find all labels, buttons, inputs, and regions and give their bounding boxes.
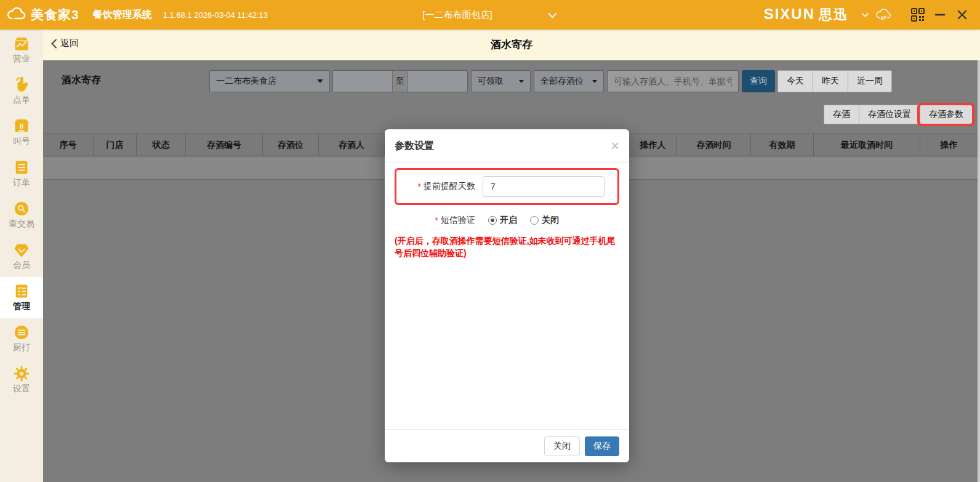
today-button[interactable]: 今天	[778, 71, 813, 92]
sidebar-item-orders[interactable]: 订单	[0, 153, 43, 195]
caret-down-icon	[317, 79, 323, 83]
caret-down-icon	[519, 80, 524, 83]
column-header-validity[interactable]: 有效期	[751, 134, 814, 156]
tap-hand-icon	[13, 77, 30, 93]
reminder-label-cell: * 提前提醒天数	[403, 181, 475, 192]
modal-footer: 关闭 保存	[385, 429, 629, 462]
modal-close-button[interactable]: 关闭	[544, 436, 580, 456]
sms-note-text: (开启后，存取酒操作需要短信验证,如未收到可通过手机尾号后四位辅助验证)	[395, 235, 619, 260]
diamond-icon	[13, 242, 30, 258]
close-icon[interactable]	[953, 6, 971, 24]
parameter-settings-modal: 参数设置 × * 提前提醒天数 * 短信验证 开启 关闭 (开启后，存	[385, 129, 629, 462]
modal-close-icon[interactable]: ×	[611, 139, 619, 153]
column-header-seq[interactable]: 序号	[43, 134, 94, 156]
reminder-field-highlight: * 提前提醒天数	[395, 168, 619, 205]
filter-bar: 酒水寄存 一二布布美食店 至 可领取 全部存酒位 查询 今天 昨天 近一周	[43, 60, 980, 103]
column-header-action[interactable]: 操作	[920, 134, 978, 156]
radio-selected-icon	[488, 216, 497, 225]
yesterday-button[interactable]: 昨天	[813, 71, 848, 92]
section-title: 酒水寄存	[62, 74, 101, 87]
chevron-down-icon	[548, 10, 558, 20]
column-header-position[interactable]: 存酒位	[263, 134, 319, 156]
sidebar-item-members[interactable]: 会员	[0, 236, 43, 277]
sidebar-item-transactions[interactable]: 查交易	[0, 195, 43, 236]
sidebar-item-label: 查交易	[9, 219, 34, 230]
gear-icon	[13, 366, 30, 382]
sidebar-item-label: 叫号	[13, 136, 30, 147]
sidebar: 营业 点单 8 叫号 订单 查交易	[0, 30, 43, 482]
page-title: 酒水寄存	[43, 38, 980, 52]
column-header-status[interactable]: 状态	[137, 134, 186, 156]
topbar-right: SIXUN思迅	[764, 6, 971, 24]
query-button[interactable]: 查询	[742, 70, 775, 92]
shop-chart-icon	[13, 36, 30, 52]
sms-off-radio[interactable]: 关闭	[527, 215, 559, 226]
sixun-logo: SIXUN思迅	[764, 6, 848, 24]
app-title: 餐饮管理系统	[93, 9, 152, 22]
storage-parameters-button[interactable]: 存酒参数	[920, 105, 972, 124]
scrollbar[interactable]	[978, 60, 980, 482]
sidebar-item-label: 会员	[13, 260, 30, 271]
caret-down-icon	[592, 80, 597, 83]
cloud-logo-icon	[6, 6, 27, 24]
cloud-sync-icon[interactable]	[874, 6, 893, 24]
sidebar-item-settings[interactable]: 设置	[0, 359, 43, 401]
quick-date-group: 今天 昨天 近一周	[777, 70, 892, 92]
actions-group: 存酒 存酒位设置 存酒参数	[824, 105, 973, 124]
chevron-down-icon[interactable]	[856, 6, 874, 24]
sidebar-item-label: 营业	[13, 54, 30, 65]
sms-label: 短信验证	[441, 215, 475, 226]
column-header-code[interactable]: 存酒编号	[186, 134, 263, 156]
search-input[interactable]	[614, 76, 732, 86]
search-transactions-icon	[13, 201, 30, 217]
date-to-input[interactable]	[408, 71, 467, 92]
column-header-last-take[interactable]: 最近取酒时间	[814, 134, 920, 156]
sms-label-cell: * 短信验证	[403, 215, 475, 226]
position-filter-select[interactable]: 全部存酒位	[534, 70, 604, 92]
top-bar: 美食家3 餐饮管理系统 1.1.68.1 2026-03-04 11:42:13…	[0, 0, 980, 30]
minimize-icon[interactable]	[931, 6, 949, 24]
required-mark: *	[435, 215, 438, 225]
position-filter-value: 全部存酒位	[540, 76, 584, 87]
search-box	[607, 70, 739, 92]
position-settings-button[interactable]: 存酒位设置	[859, 105, 920, 124]
sidebar-item-business[interactable]: 营业	[0, 30, 43, 71]
sidebar-item-label: 厨打	[13, 342, 30, 353]
sidebar-item-order[interactable]: 点单	[0, 71, 43, 112]
sms-on-radio[interactable]: 开启	[485, 215, 517, 226]
order-list-icon	[13, 159, 30, 175]
column-header-time[interactable]: 存酒时间	[677, 134, 751, 156]
status-filter-select[interactable]: 可领取	[471, 70, 531, 92]
column-header-store[interactable]: 门店	[94, 134, 137, 156]
sidebar-item-label: 点单	[13, 95, 30, 106]
ticket-number-icon: 8	[13, 118, 30, 134]
required-mark: *	[418, 182, 421, 191]
last-week-button[interactable]: 近一周	[848, 71, 891, 92]
date-to-label: 至	[392, 71, 408, 92]
modal-save-button[interactable]: 保存	[585, 436, 619, 456]
qr-code-icon[interactable]	[909, 6, 927, 24]
store-selector[interactable]: [一二布布面包店]	[422, 9, 557, 21]
date-from-input[interactable]	[333, 71, 392, 92]
radio-unselected-icon	[530, 216, 539, 225]
sidebar-item-call-number[interactable]: 8 叫号	[0, 112, 43, 153]
modal-title: 参数设置	[395, 140, 434, 153]
checklist-icon	[13, 283, 30, 299]
svg-text:8: 8	[20, 122, 24, 130]
column-header-operator[interactable]: 操作人	[629, 134, 677, 156]
store-filter-select[interactable]: 一二布布美食店	[209, 70, 330, 92]
reminder-label: 提前提醒天数	[424, 181, 475, 192]
sidebar-item-management[interactable]: 管理	[0, 277, 43, 318]
kitchen-print-icon	[13, 324, 30, 340]
page-header: 返回 酒水寄存	[43, 30, 980, 60]
sidebar-item-kitchen-print[interactable]: 厨打	[0, 318, 43, 359]
store-wine-button[interactable]: 存酒	[824, 105, 859, 124]
sms-verify-row: * 短信验证 开启 关闭	[395, 215, 619, 226]
sms-on-label: 开启	[500, 215, 517, 226]
brand-name: 美食家3	[31, 6, 79, 23]
column-header-person[interactable]: 存酒人	[319, 134, 385, 156]
status-filter-value: 可领取	[478, 76, 504, 87]
modal-body: * 提前提醒天数 * 短信验证 开启 关闭 (开启后，存取酒操作需要短信验证,如…	[385, 163, 629, 260]
sidebar-item-label: 管理	[13, 301, 30, 312]
reminder-days-input[interactable]	[483, 176, 604, 197]
